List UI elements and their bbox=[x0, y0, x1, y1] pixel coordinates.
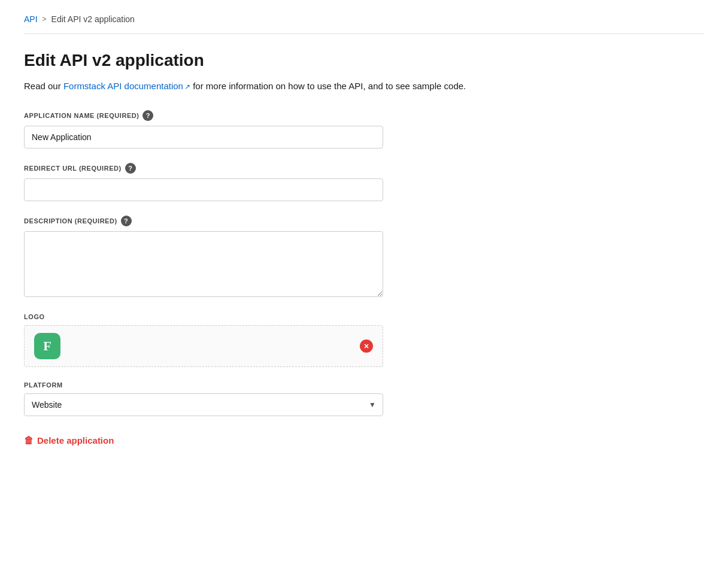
platform-select-wrapper: Website iOS Android Desktop ▼ bbox=[24, 393, 383, 416]
description-help-icon[interactable]: ? bbox=[121, 216, 132, 226]
redirect-url-field-group: REDIRECT URL (REQUIRED) ? bbox=[24, 163, 383, 201]
page-container: API > Edit API v2 application Edit API v… bbox=[0, 0, 728, 460]
edit-form: APPLICATION NAME (REQUIRED) ? REDIRECT U… bbox=[24, 110, 383, 446]
logo-remove-button[interactable]: × bbox=[360, 340, 373, 353]
logo-upload-area[interactable]: F × bbox=[24, 325, 383, 367]
breadcrumb-current: Edit API v2 application bbox=[51, 14, 135, 24]
breadcrumb-separator: > bbox=[43, 15, 47, 23]
page-description: Read our Formstack API documentation↗ fo… bbox=[24, 80, 704, 93]
app-name-help-icon[interactable]: ? bbox=[142, 110, 153, 121]
breadcrumb-api-link[interactable]: API bbox=[24, 14, 38, 24]
app-name-label: APPLICATION NAME (REQUIRED) ? bbox=[24, 110, 383, 121]
close-icon: × bbox=[364, 342, 369, 350]
app-name-field-group: APPLICATION NAME (REQUIRED) ? bbox=[24, 110, 383, 148]
redirect-url-label: REDIRECT URL (REQUIRED) ? bbox=[24, 163, 383, 174]
description-label: DESCRIPTION (REQUIRED) ? bbox=[24, 216, 383, 226]
formstack-logo-icon: F bbox=[43, 338, 51, 354]
delete-label: Delete application bbox=[37, 435, 114, 445]
logo-preview: F bbox=[34, 333, 60, 359]
description-textarea[interactable] bbox=[24, 231, 383, 297]
breadcrumb: API > Edit API v2 application bbox=[24, 14, 704, 24]
platform-field-group: PLATFORM Website iOS Android Desktop ▼ bbox=[24, 381, 383, 416]
api-docs-link[interactable]: Formstack API documentation↗ bbox=[63, 81, 190, 91]
redirect-url-input[interactable] bbox=[24, 178, 383, 201]
app-name-input[interactable] bbox=[24, 126, 383, 148]
page-divider bbox=[24, 34, 704, 34]
logo-label: LOGO bbox=[24, 313, 383, 320]
logo-field-group: LOGO F × bbox=[24, 313, 383, 367]
trash-icon: 🗑 bbox=[24, 435, 34, 446]
external-link-icon: ↗ bbox=[184, 81, 190, 92]
redirect-url-help-icon[interactable]: ? bbox=[125, 163, 136, 174]
platform-label: PLATFORM bbox=[24, 381, 383, 389]
delete-section: 🗑 Delete application bbox=[24, 435, 383, 446]
page-title: Edit API v2 application bbox=[24, 51, 704, 70]
description-field-group: DESCRIPTION (REQUIRED) ? bbox=[24, 216, 383, 299]
delete-application-button[interactable]: 🗑 Delete application bbox=[24, 435, 114, 446]
platform-select[interactable]: Website iOS Android Desktop bbox=[24, 393, 383, 416]
